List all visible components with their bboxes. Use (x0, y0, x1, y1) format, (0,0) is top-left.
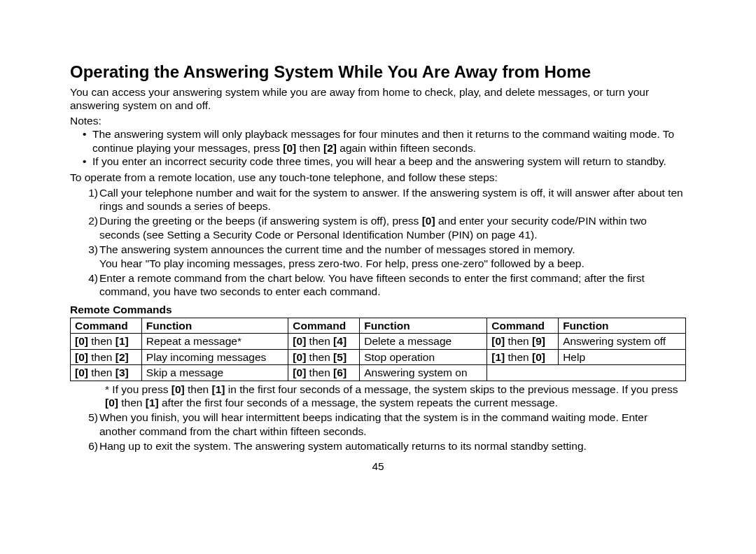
step-item: 4)Enter a remote command from the chart … (85, 271, 686, 299)
steps-list-cont: 5)When you finish, you will hear intermi… (70, 411, 686, 453)
table-title: Remote Commands (70, 303, 686, 316)
col-command: Command (71, 318, 142, 334)
note-item: The answering system will only playback … (85, 127, 686, 155)
page-title: Operating the Answering System While You… (70, 62, 686, 83)
table-row: [0] then [3] Skip a message [0] then [6]… (71, 365, 686, 381)
steps-list: 1)Call your telephone number and wait fo… (70, 186, 686, 299)
table-header-row: Command Function Command Function Comman… (71, 318, 686, 334)
col-command: Command (288, 318, 360, 334)
table-footnote: * If you press [0] then [1] in the first… (70, 383, 686, 410)
table-row: [0] then [2] Play incoming messages [0] … (71, 349, 686, 364)
step-item: 6)Hang up to exit the system. The answer… (85, 439, 686, 453)
step-item: 2)During the greeting or the beeps (if a… (85, 214, 686, 241)
col-function: Function (360, 318, 487, 334)
col-command: Command (487, 318, 559, 334)
step-item: 3)The answering system announces the cur… (85, 243, 686, 270)
step-item: 5)When you finish, you will hear intermi… (85, 411, 686, 438)
step-item: 1)Call your telephone number and wait fo… (85, 186, 686, 213)
intro-paragraph: You can access your answering system whi… (70, 85, 686, 113)
notes-label: Notes: (70, 114, 686, 127)
lead-paragraph: To operate from a remote location, use a… (70, 171, 686, 184)
remote-commands-table: Command Function Command Function Comman… (70, 318, 686, 381)
col-function: Function (141, 318, 288, 334)
page-number: 45 (70, 460, 686, 473)
document-page: Operating the Answering System While You… (0, 0, 756, 554)
col-function: Function (559, 318, 686, 334)
notes-list: The answering system will only playback … (70, 127, 686, 168)
table-row: [0] then [1] Repeat a message* [0] then … (71, 334, 686, 349)
note-item: If you enter an incorrect security code … (85, 155, 686, 168)
